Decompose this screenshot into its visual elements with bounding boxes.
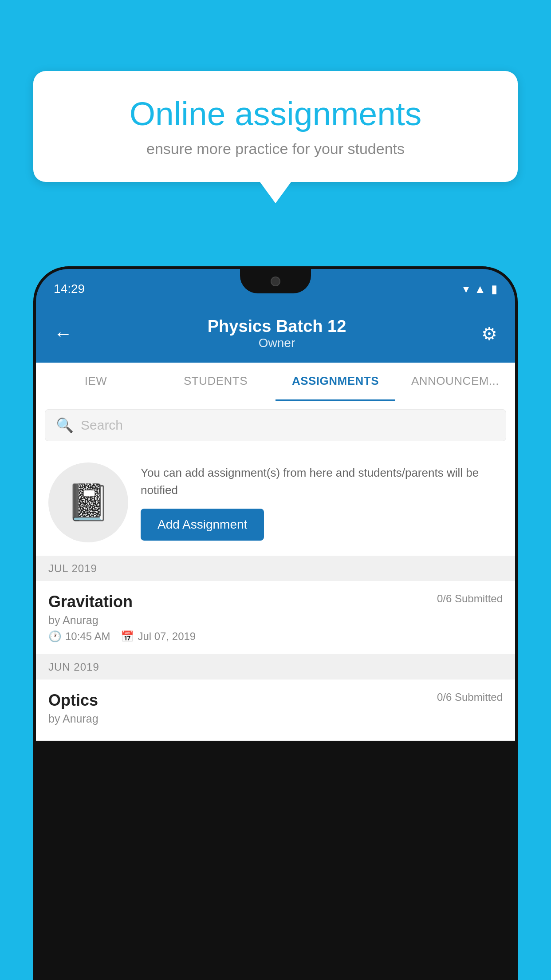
battery-icon: ▮ <box>491 282 497 296</box>
status-bar-time: 14:29 <box>54 282 85 296</box>
speech-bubble-subtitle: ensure more practice for your students <box>62 140 489 158</box>
assignment-item-header: Gravitation 0/6 Submitted <box>48 593 503 611</box>
assignment-by-optics: by Anurag <box>48 712 503 725</box>
assignment-name-optics: Optics <box>48 691 98 710</box>
search-container: 🔍 Search <box>36 401 515 449</box>
tab-iew[interactable]: IEW <box>36 363 156 401</box>
settings-icon[interactable]: ⚙ <box>481 324 497 344</box>
wifi-icon: ▾ <box>463 282 469 296</box>
promo-text-section: You can add assignment(s) from here and … <box>141 464 503 541</box>
app-header: ← Physics Batch 12 Owner ⚙ <box>36 309 515 363</box>
assignment-name: Gravitation <box>48 593 133 611</box>
meta-time: 🕐 10:45 AM <box>48 630 110 643</box>
promo-description: You can add assignment(s) from here and … <box>141 464 503 499</box>
back-button[interactable]: ← <box>54 323 72 344</box>
meta-date: 📅 Jul 07, 2019 <box>121 630 196 643</box>
tab-announcements[interactable]: ANNOUNCEM... <box>395 363 515 401</box>
tabs-container: IEW STUDENTS ASSIGNMENTS ANNOUNCEM... <box>36 363 515 401</box>
month-separator-jun: JUN 2019 <box>36 655 515 680</box>
speech-bubble-title: Online assignments <box>62 95 489 132</box>
assignment-submitted: 0/6 Submitted <box>437 593 503 605</box>
phone-content: 🔍 Search 📓 You can add assignment(s) fro… <box>36 401 515 741</box>
header-title: Physics Batch 12 <box>72 317 481 336</box>
add-assignment-button[interactable]: Add Assignment <box>141 509 264 541</box>
clock-icon: 🕐 <box>48 630 62 643</box>
notch <box>240 269 311 293</box>
assignment-submitted-optics: 0/6 Submitted <box>437 691 503 703</box>
header-subtitle: Owner <box>72 336 481 350</box>
assignment-item-optics[interactable]: Optics 0/6 Submitted by Anurag <box>36 680 515 741</box>
search-icon: 🔍 <box>56 417 74 434</box>
calendar-icon: 📅 <box>121 630 134 643</box>
promo-section: 📓 You can add assignment(s) from here an… <box>36 449 515 556</box>
notebook-icon: 📓 <box>66 482 110 523</box>
signal-icon: ▲ <box>474 282 486 296</box>
tab-assignments[interactable]: ASSIGNMENTS <box>276 363 395 401</box>
search-bar[interactable]: 🔍 Search <box>45 409 506 441</box>
tab-students[interactable]: STUDENTS <box>156 363 276 401</box>
month-separator-jul: JUL 2019 <box>36 556 515 581</box>
status-bar: 14:29 ▾ ▲ ▮ <box>36 269 515 309</box>
assignment-time: 10:45 AM <box>65 630 110 643</box>
assignment-date: Jul 07, 2019 <box>138 630 196 643</box>
header-center: Physics Batch 12 Owner <box>72 317 481 350</box>
assignment-item-gravitation[interactable]: Gravitation 0/6 Submitted by Anurag 🕐 10… <box>36 581 515 655</box>
promo-icon-circle: 📓 <box>48 462 128 542</box>
assignment-meta: 🕐 10:45 AM 📅 Jul 07, 2019 <box>48 630 503 643</box>
phone-frame: 14:29 ▾ ▲ ▮ ← Physics Batch 12 Owner ⚙ I… <box>33 266 518 980</box>
speech-bubble-container: Online assignments ensure more practice … <box>33 71 518 182</box>
assignment-by: by Anurag <box>48 614 503 627</box>
assignment-item-header-optics: Optics 0/6 Submitted <box>48 691 503 710</box>
status-bar-icons: ▾ ▲ ▮ <box>463 282 497 296</box>
camera <box>271 277 280 286</box>
search-placeholder: Search <box>81 418 123 433</box>
speech-bubble: Online assignments ensure more practice … <box>33 71 518 182</box>
